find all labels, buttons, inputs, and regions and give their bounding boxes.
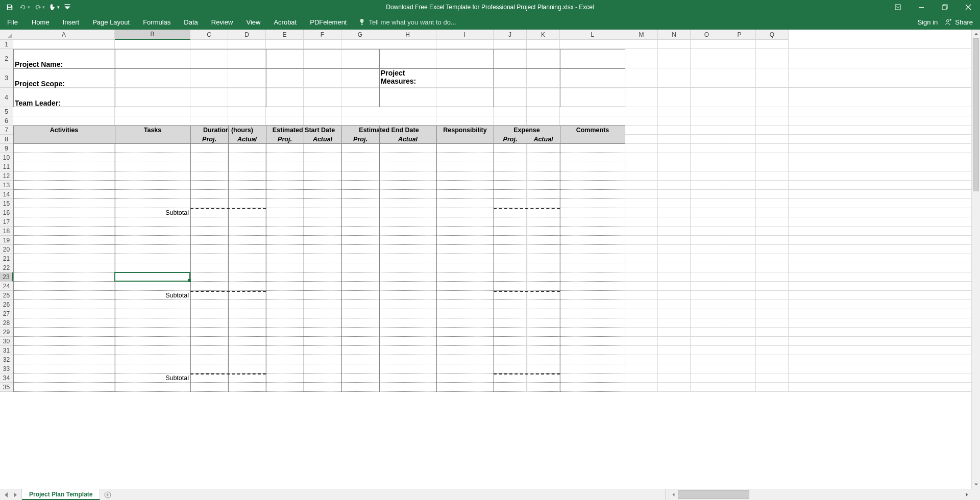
row-header-28[interactable]: 28	[0, 318, 13, 328]
column-header-A[interactable]: A	[13, 30, 115, 40]
vertical-scrollbar[interactable]	[971, 30, 980, 489]
tell-me-search[interactable]: Tell me what you want to do...	[358, 14, 456, 30]
cell-grid[interactable]: Project Name:Project Scope:Team Leader:P…	[13, 40, 971, 489]
row-header-19[interactable]: 19	[0, 236, 13, 245]
column-header-Q[interactable]: Q	[756, 30, 789, 40]
cell-B7[interactable]: Tasks	[115, 126, 190, 135]
row-header-9[interactable]: 9	[0, 144, 13, 153]
cell-J8[interactable]: Proj.	[494, 135, 527, 144]
share-button[interactable]: Share	[945, 18, 973, 26]
row-header-25[interactable]: 25	[0, 291, 13, 300]
row-header-20[interactable]: 20	[0, 245, 13, 254]
horizontal-scroll-thumb[interactable]	[678, 490, 749, 499]
cell-A2[interactable]: Project Name:	[13, 49, 115, 68]
close-button[interactable]	[957, 0, 980, 14]
cell-G8[interactable]: Proj.	[341, 135, 379, 144]
scroll-down-button[interactable]	[972, 480, 980, 489]
cell-B34[interactable]: Subtotal	[115, 373, 190, 383]
ribbon-tab-insert[interactable]: Insert	[56, 14, 86, 30]
horizontal-scrollbar[interactable]	[665, 489, 971, 500]
row-header-21[interactable]: 21	[0, 254, 13, 263]
ribbon-tab-pdfelement[interactable]: PDFelement	[303, 14, 353, 30]
hscroll-splitter[interactable]	[666, 489, 669, 500]
new-sheet-button[interactable]	[100, 489, 115, 500]
undo-dropdown-icon[interactable]: ▾	[28, 5, 30, 10]
redo-dropdown-icon[interactable]: ▾	[42, 5, 45, 10]
column-header-K[interactable]: K	[527, 30, 560, 40]
row-header-33[interactable]: 33	[0, 364, 13, 373]
row-header-6[interactable]: 6	[0, 116, 13, 126]
row-header-1[interactable]: 1	[0, 40, 13, 49]
cell-A7[interactable]: Activities	[13, 126, 115, 135]
column-header-G[interactable]: G	[341, 30, 379, 40]
row-header-7[interactable]: 7	[0, 126, 13, 135]
ribbon-tab-page-layout[interactable]: Page Layout	[86, 14, 136, 30]
column-header-C[interactable]: C	[190, 30, 228, 40]
row-header-22[interactable]: 22	[0, 263, 13, 272]
scroll-right-button[interactable]	[963, 489, 971, 500]
row-header-30[interactable]: 30	[0, 337, 13, 346]
row-header-27[interactable]: 27	[0, 309, 13, 318]
column-header-M[interactable]: M	[625, 30, 658, 40]
ribbon-options-button[interactable]	[886, 0, 910, 14]
select-all-button[interactable]	[0, 30, 13, 40]
save-button[interactable]	[3, 0, 16, 14]
cell-B16[interactable]: Subtotal	[115, 208, 190, 217]
column-header-J[interactable]: J	[494, 30, 527, 40]
restore-button[interactable]	[933, 0, 957, 14]
column-header-D[interactable]: D	[228, 30, 266, 40]
column-header-E[interactable]: E	[266, 30, 304, 40]
row-header-2[interactable]: 2	[0, 49, 13, 68]
ribbon-tab-review[interactable]: Review	[205, 14, 240, 30]
column-header-F[interactable]: F	[304, 30, 341, 40]
row-header-31[interactable]: 31	[0, 346, 13, 355]
row-header-5[interactable]: 5	[0, 107, 13, 116]
cell-K8[interactable]: Actual	[527, 135, 560, 144]
cell-C7[interactable]: Duration (hours)	[190, 126, 266, 135]
ribbon-tab-acrobat[interactable]: Acrobat	[267, 14, 303, 30]
row-header-18[interactable]: 18	[0, 227, 13, 236]
scroll-left-button[interactable]	[669, 489, 678, 500]
row-header-12[interactable]: 12	[0, 171, 13, 181]
row-header-15[interactable]: 15	[0, 199, 13, 208]
row-header-35[interactable]: 35	[0, 383, 13, 392]
row-header-10[interactable]: 10	[0, 153, 13, 162]
row-header-8[interactable]: 8	[0, 135, 13, 144]
row-header-3[interactable]: 3	[0, 68, 13, 88]
row-header-32[interactable]: 32	[0, 355, 13, 364]
ribbon-tab-home[interactable]: Home	[25, 14, 56, 30]
cell-I7[interactable]: Responsibility	[436, 126, 494, 135]
row-header-14[interactable]: 14	[0, 190, 13, 199]
qat-more-button[interactable]	[61, 0, 74, 14]
scroll-up-button[interactable]	[972, 30, 980, 38]
row-header-34[interactable]: 34	[0, 373, 13, 383]
cell-J7[interactable]: Expense	[494, 126, 560, 135]
row-header-23[interactable]: 23	[0, 272, 13, 282]
cell-H8[interactable]: Actual	[379, 135, 436, 144]
column-header-I[interactable]: I	[436, 30, 494, 40]
ribbon-tab-formulas[interactable]: Formulas	[136, 14, 177, 30]
minimize-button[interactable]	[910, 0, 933, 14]
row-header-4[interactable]: 4	[0, 88, 13, 107]
row-header-29[interactable]: 29	[0, 328, 13, 337]
column-header-H[interactable]: H	[379, 30, 436, 40]
column-header-P[interactable]: P	[723, 30, 756, 40]
cell-E8[interactable]: Proj.	[266, 135, 304, 144]
row-header-24[interactable]: 24	[0, 282, 13, 291]
tab-next-icon[interactable]	[13, 492, 17, 497]
cell-D8[interactable]: Actual	[228, 135, 266, 144]
cell-C8[interactable]: Proj.	[190, 135, 228, 144]
ribbon-tab-view[interactable]: View	[239, 14, 267, 30]
cell-B25[interactable]: Subtotal	[115, 291, 190, 300]
cell-H3[interactable]: Project Measures:	[379, 68, 436, 88]
cell-A3[interactable]: Project Scope:	[13, 68, 115, 88]
sign-in-link[interactable]: Sign in	[918, 18, 938, 26]
row-header-17[interactable]: 17	[0, 217, 13, 227]
cell-L7[interactable]: Comments	[560, 126, 625, 135]
row-header-11[interactable]: 11	[0, 162, 13, 171]
row-header-13[interactable]: 13	[0, 181, 13, 190]
column-header-B[interactable]: B	[115, 30, 190, 40]
cell-A4[interactable]: Team Leader:	[13, 88, 115, 107]
column-header-N[interactable]: N	[658, 30, 691, 40]
row-header-26[interactable]: 26	[0, 300, 13, 309]
